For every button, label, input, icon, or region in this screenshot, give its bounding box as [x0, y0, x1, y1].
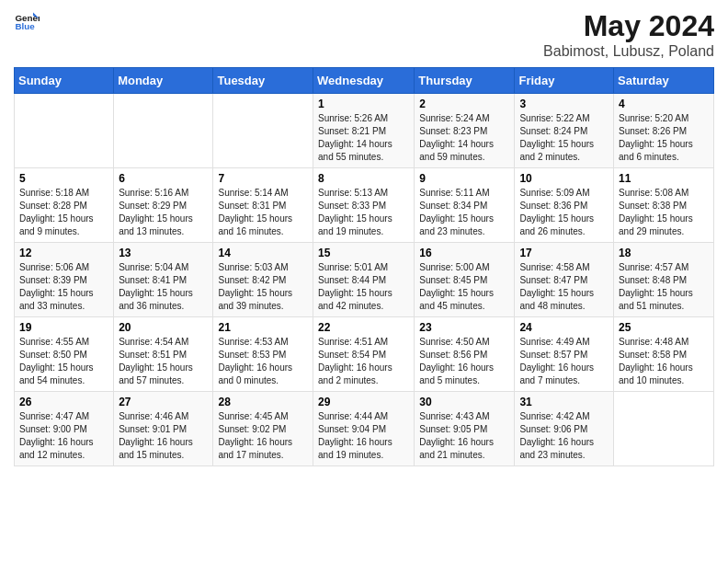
- day-info: Sunrise: 4:49 AM Sunset: 8:57 PM Dayligh…: [519, 336, 609, 387]
- day-number: 17: [519, 247, 609, 259]
- week-row-2: 5Sunrise: 5:18 AM Sunset: 8:28 PM Daylig…: [15, 168, 714, 243]
- calendar-cell: 2Sunrise: 5:24 AM Sunset: 8:23 PM Daylig…: [415, 94, 515, 168]
- day-number: 13: [119, 247, 208, 259]
- calendar-cell: 28Sunrise: 4:45 AM Sunset: 9:02 PM Dayli…: [213, 392, 313, 466]
- calendar-cell: 25Sunrise: 4:48 AM Sunset: 8:58 PM Dayli…: [614, 317, 714, 392]
- subtitle: Babimost, Lubusz, Poland: [543, 43, 714, 60]
- day-info: Sunrise: 5:22 AM Sunset: 8:24 PM Dayligh…: [519, 112, 609, 164]
- calendar-cell: 6Sunrise: 5:16 AM Sunset: 8:29 PM Daylig…: [114, 168, 213, 243]
- day-info: Sunrise: 5:09 AM Sunset: 8:36 PM Dayligh…: [519, 187, 609, 238]
- calendar-cell: 19Sunrise: 4:55 AM Sunset: 8:50 PM Dayli…: [15, 317, 114, 392]
- calendar-cell: 23Sunrise: 4:50 AM Sunset: 8:56 PM Dayli…: [415, 317, 515, 392]
- day-number: 4: [619, 98, 709, 110]
- calendar-cell: 10Sunrise: 5:09 AM Sunset: 8:36 PM Dayli…: [515, 168, 614, 243]
- calendar-cell: 7Sunrise: 5:14 AM Sunset: 8:31 PM Daylig…: [213, 168, 313, 243]
- day-header-friday: Friday: [515, 68, 614, 94]
- day-info: Sunrise: 4:46 AM Sunset: 9:01 PM Dayligh…: [119, 410, 208, 462]
- calendar-cell: [114, 94, 213, 168]
- day-info: Sunrise: 4:42 AM Sunset: 9:06 PM Dayligh…: [519, 410, 609, 462]
- day-number: 24: [519, 321, 609, 334]
- calendar-cell: 8Sunrise: 5:13 AM Sunset: 8:33 PM Daylig…: [313, 168, 415, 243]
- calendar-cell: 21Sunrise: 4:53 AM Sunset: 8:53 PM Dayli…: [213, 317, 313, 392]
- day-number: 21: [218, 321, 308, 334]
- main-title: May 2024: [543, 9, 714, 43]
- day-info: Sunrise: 4:55 AM Sunset: 8:50 PM Dayligh…: [19, 336, 108, 387]
- calendar-cell: 11Sunrise: 5:08 AM Sunset: 8:38 PM Dayli…: [614, 168, 714, 243]
- day-info: Sunrise: 4:47 AM Sunset: 9:00 PM Dayligh…: [19, 410, 108, 462]
- day-number: 11: [619, 172, 709, 185]
- logo-icon: General Blue: [14, 9, 40, 35]
- day-info: Sunrise: 5:03 AM Sunset: 8:42 PM Dayligh…: [218, 261, 308, 313]
- day-header-sunday: Sunday: [15, 68, 114, 94]
- calendar-cell: [15, 94, 114, 168]
- title-area: May 2024 Babimost, Lubusz, Poland: [543, 9, 714, 60]
- calendar-cell: 17Sunrise: 4:58 AM Sunset: 8:47 PM Dayli…: [515, 243, 614, 317]
- day-number: 27: [119, 396, 208, 408]
- week-row-5: 26Sunrise: 4:47 AM Sunset: 9:00 PM Dayli…: [15, 392, 714, 466]
- day-header-thursday: Thursday: [415, 68, 515, 94]
- day-header-monday: Monday: [114, 68, 213, 94]
- day-info: Sunrise: 5:18 AM Sunset: 8:28 PM Dayligh…: [19, 187, 108, 238]
- day-number: 6: [119, 172, 208, 185]
- calendar-cell: 1Sunrise: 5:26 AM Sunset: 8:21 PM Daylig…: [313, 94, 415, 168]
- day-number: 23: [419, 321, 509, 334]
- day-header-saturday: Saturday: [614, 68, 714, 94]
- day-info: Sunrise: 5:26 AM Sunset: 8:21 PM Dayligh…: [318, 112, 409, 164]
- calendar-cell: 27Sunrise: 4:46 AM Sunset: 9:01 PM Dayli…: [114, 392, 213, 466]
- day-info: Sunrise: 5:06 AM Sunset: 8:39 PM Dayligh…: [19, 261, 108, 313]
- week-row-3: 12Sunrise: 5:06 AM Sunset: 8:39 PM Dayli…: [15, 243, 714, 317]
- day-number: 18: [619, 247, 709, 259]
- day-number: 28: [218, 396, 308, 408]
- day-number: 20: [119, 321, 208, 334]
- calendar-cell: 16Sunrise: 5:00 AM Sunset: 8:45 PM Dayli…: [415, 243, 515, 317]
- day-header-wednesday: Wednesday: [313, 68, 415, 94]
- day-number: 19: [19, 321, 108, 334]
- day-number: 1: [318, 98, 409, 110]
- day-number: 15: [318, 247, 409, 259]
- header-row: SundayMondayTuesdayWednesdayThursdayFrid…: [15, 68, 714, 94]
- day-info: Sunrise: 5:04 AM Sunset: 8:41 PM Dayligh…: [119, 261, 208, 313]
- day-number: 7: [218, 172, 308, 185]
- calendar-cell: [614, 392, 714, 466]
- day-number: 26: [19, 396, 108, 408]
- calendar-cell: 14Sunrise: 5:03 AM Sunset: 8:42 PM Dayli…: [213, 243, 313, 317]
- day-info: Sunrise: 4:43 AM Sunset: 9:05 PM Dayligh…: [419, 410, 509, 462]
- day-number: 10: [519, 172, 609, 185]
- week-row-4: 19Sunrise: 4:55 AM Sunset: 8:50 PM Dayli…: [15, 317, 714, 392]
- calendar-cell: 9Sunrise: 5:11 AM Sunset: 8:34 PM Daylig…: [415, 168, 515, 243]
- day-info: Sunrise: 5:14 AM Sunset: 8:31 PM Dayligh…: [218, 187, 308, 238]
- day-info: Sunrise: 5:11 AM Sunset: 8:34 PM Dayligh…: [419, 187, 509, 238]
- header: General Blue May 2024 Babimost, Lubusz, …: [14, 9, 714, 60]
- day-info: Sunrise: 5:00 AM Sunset: 8:45 PM Dayligh…: [419, 261, 509, 313]
- day-number: 9: [419, 172, 509, 185]
- day-number: 12: [19, 247, 108, 259]
- day-number: 5: [19, 172, 108, 185]
- day-info: Sunrise: 4:58 AM Sunset: 8:47 PM Dayligh…: [519, 261, 609, 313]
- calendar-cell: 24Sunrise: 4:49 AM Sunset: 8:57 PM Dayli…: [515, 317, 614, 392]
- day-number: 8: [318, 172, 409, 185]
- calendar-cell: 20Sunrise: 4:54 AM Sunset: 8:51 PM Dayli…: [114, 317, 213, 392]
- calendar-cell: 13Sunrise: 5:04 AM Sunset: 8:41 PM Dayli…: [114, 243, 213, 317]
- calendar-cell: 22Sunrise: 4:51 AM Sunset: 8:54 PM Dayli…: [313, 317, 415, 392]
- calendar-cell: 29Sunrise: 4:44 AM Sunset: 9:04 PM Dayli…: [313, 392, 415, 466]
- day-number: 29: [318, 396, 409, 408]
- day-info: Sunrise: 4:57 AM Sunset: 8:48 PM Dayligh…: [619, 261, 709, 313]
- day-info: Sunrise: 5:13 AM Sunset: 8:33 PM Dayligh…: [318, 187, 409, 238]
- day-info: Sunrise: 4:45 AM Sunset: 9:02 PM Dayligh…: [218, 410, 308, 462]
- day-info: Sunrise: 4:54 AM Sunset: 8:51 PM Dayligh…: [119, 336, 208, 387]
- day-info: Sunrise: 4:48 AM Sunset: 8:58 PM Dayligh…: [619, 336, 709, 387]
- calendar-cell: 12Sunrise: 5:06 AM Sunset: 8:39 PM Dayli…: [15, 243, 114, 317]
- day-info: Sunrise: 4:51 AM Sunset: 8:54 PM Dayligh…: [318, 336, 409, 387]
- calendar-cell: [213, 94, 313, 168]
- calendar-table: SundayMondayTuesdayWednesdayThursdayFrid…: [14, 67, 714, 466]
- day-number: 3: [519, 98, 609, 110]
- calendar-cell: 31Sunrise: 4:42 AM Sunset: 9:06 PM Dayli…: [515, 392, 614, 466]
- day-info: Sunrise: 5:01 AM Sunset: 8:44 PM Dayligh…: [318, 261, 409, 313]
- calendar-cell: 5Sunrise: 5:18 AM Sunset: 8:28 PM Daylig…: [15, 168, 114, 243]
- day-info: Sunrise: 4:44 AM Sunset: 9:04 PM Dayligh…: [318, 410, 409, 462]
- day-number: 31: [519, 396, 609, 408]
- svg-text:Blue: Blue: [15, 21, 35, 31]
- day-info: Sunrise: 4:53 AM Sunset: 8:53 PM Dayligh…: [218, 336, 308, 387]
- day-header-tuesday: Tuesday: [213, 68, 313, 94]
- calendar-cell: 15Sunrise: 5:01 AM Sunset: 8:44 PM Dayli…: [313, 243, 415, 317]
